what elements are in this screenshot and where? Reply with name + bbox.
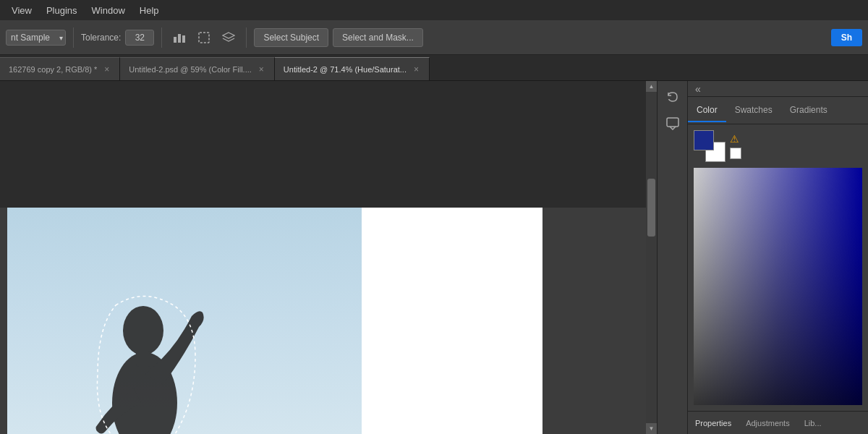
histogram-icon [173, 31, 186, 44]
svg-marker-4 [223, 33, 234, 38]
tab-adjustments[interactable]: Adjustments [739, 414, 797, 432]
scroll-up-arrow[interactable]: ▲ [646, 81, 657, 92]
tab-0-close[interactable]: × [103, 64, 111, 75]
panel-collapse-bar: « [688, 81, 868, 97]
histogram-icon-btn[interactable] [169, 27, 190, 48]
color-picker-gradient[interactable] [694, 168, 862, 405]
selection-icon-btn[interactable] [194, 27, 214, 48]
foreground-color-swatch[interactable] [694, 130, 714, 150]
tab-0[interactable]: 162769 copy 2, RGB/8) * × [0, 57, 120, 80]
right-panel: « Color Swatches Gradients ⚠ [687, 81, 868, 434]
svg-rect-7 [136, 351, 150, 367]
tab-gradients[interactable]: Gradients [781, 99, 836, 122]
history-icon [665, 90, 680, 104]
photo-canvas [7, 208, 362, 434]
small-color-square[interactable] [730, 148, 741, 159]
layers-icon-btn[interactable] [218, 27, 239, 48]
canvas-area [0, 81, 646, 434]
upper-black-bar [0, 81, 646, 208]
document-container [7, 208, 542, 434]
layers-icon [222, 31, 235, 44]
svg-rect-3 [199, 33, 209, 43]
tab-swatches[interactable]: Swatches [726, 99, 781, 122]
menu-window[interactable]: Window [86, 4, 131, 17]
svg-rect-8 [667, 118, 678, 127]
tab-1[interactable]: Untitled-2.psd @ 59% (Color Fill.... × [120, 57, 275, 80]
menu-view[interactable]: View [6, 4, 38, 17]
tab-2-close[interactable]: × [412, 64, 420, 75]
svg-rect-1 [178, 34, 181, 43]
menu-help[interactable]: Help [134, 4, 165, 17]
color-picker-overlay [694, 168, 862, 405]
panel-tabs: Color Swatches Gradients [688, 97, 868, 124]
bottom-panel-tabs: Properties Adjustments Lib... [688, 411, 868, 434]
main-area: ▲ ▼ « Color Swatches Grad [0, 81, 868, 434]
menu-plugins[interactable]: Plugins [41, 4, 83, 17]
tab-1-label: Untitled-2.psd @ 59% (Color Fill.... [129, 65, 252, 74]
tab-2[interactable]: Untitled-2 @ 71.4% (Hue/Saturat... × [275, 57, 430, 80]
collapse-panel-button[interactable]: « [694, 83, 702, 95]
color-controls: ⚠ [688, 124, 868, 168]
sample-select-wrapper: nt Sample [6, 30, 66, 46]
shortcut-button[interactable]: Sh [831, 29, 862, 46]
tab-color[interactable]: Color [688, 99, 726, 122]
sample-select[interactable]: nt Sample [6, 30, 66, 46]
tab-0-label: 162769 copy 2, RGB/8) * [9, 65, 97, 74]
toolbar: nt Sample Tolerance: Select Subject Sele… [0, 20, 868, 55]
svg-rect-0 [174, 37, 176, 43]
scroll-track[interactable] [646, 92, 657, 423]
right-scrollbar[interactable]: ▲ ▼ [646, 81, 657, 434]
white-mask-canvas [362, 208, 542, 434]
person-figure [51, 229, 239, 434]
tab-properties[interactable]: Properties [688, 414, 739, 432]
tab-1-close[interactable]: × [258, 64, 265, 75]
tab-2-label: Untitled-2 @ 71.4% (Hue/Saturat... [284, 65, 407, 74]
separator-3 [246, 27, 247, 48]
fg-bg-color-swatches [694, 130, 726, 162]
svg-rect-2 [182, 35, 185, 43]
tab-libraries[interactable]: Lib... [797, 414, 829, 432]
color-warning-area: ⚠ [730, 133, 741, 159]
select-mask-button[interactable]: Select and Mask... [333, 28, 423, 47]
tolerance-label: Tolerance: [81, 33, 121, 43]
scroll-thumb[interactable] [647, 179, 655, 237]
select-subject-button[interactable]: Select Subject [254, 28, 328, 47]
selection-icon [197, 31, 210, 44]
separator-1 [73, 27, 74, 48]
tabs-bar: 162769 copy 2, RGB/8) * × Untitled-2.psd… [0, 55, 868, 81]
separator-2 [161, 27, 162, 48]
tolerance-input[interactable] [125, 30, 154, 46]
undo-history-btn[interactable] [661, 85, 684, 109]
warning-triangle-icon: ⚠ [730, 133, 741, 145]
color-panel-content: ⚠ [688, 124, 868, 411]
scroll-down-arrow[interactable]: ▼ [646, 423, 657, 434]
comment-icon [665, 116, 680, 130]
menu-bar: View Plugins Window Help [0, 0, 868, 20]
comment-btn[interactable] [661, 111, 684, 135]
canvas-right-tools [657, 81, 687, 434]
svg-point-6 [123, 306, 163, 355]
